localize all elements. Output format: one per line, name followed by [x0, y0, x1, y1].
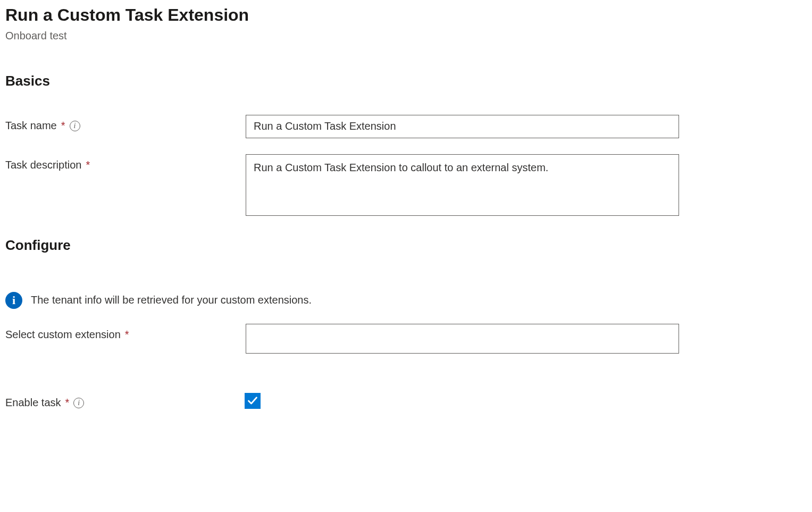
task-name-label: Task name — [5, 120, 57, 132]
enable-task-checkbox[interactable] — [245, 393, 261, 409]
checkmark-icon — [247, 396, 258, 406]
required-indicator: * — [86, 159, 90, 171]
required-indicator: * — [61, 120, 65, 132]
info-icon[interactable]: i — [70, 121, 80, 131]
page-subtitle: Onboard test — [5, 30, 807, 42]
basics-heading: Basics — [5, 73, 807, 89]
task-name-input[interactable] — [246, 115, 679, 138]
select-extension-input[interactable] — [246, 324, 679, 354]
info-banner-icon: i — [5, 292, 22, 309]
select-extension-label: Select custom extension — [5, 329, 121, 341]
info-icon[interactable]: i — [73, 398, 84, 408]
required-indicator: * — [65, 397, 70, 409]
task-description-label: Task description — [5, 159, 81, 171]
enable-task-label: Enable task — [5, 397, 61, 409]
configure-heading: Configure — [5, 237, 807, 254]
required-indicator: * — [125, 329, 129, 341]
info-banner-text: The tenant info will be retrieved for yo… — [31, 294, 312, 306]
page-title: Run a Custom Task Extension — [5, 4, 807, 27]
task-description-input[interactable] — [246, 154, 679, 216]
